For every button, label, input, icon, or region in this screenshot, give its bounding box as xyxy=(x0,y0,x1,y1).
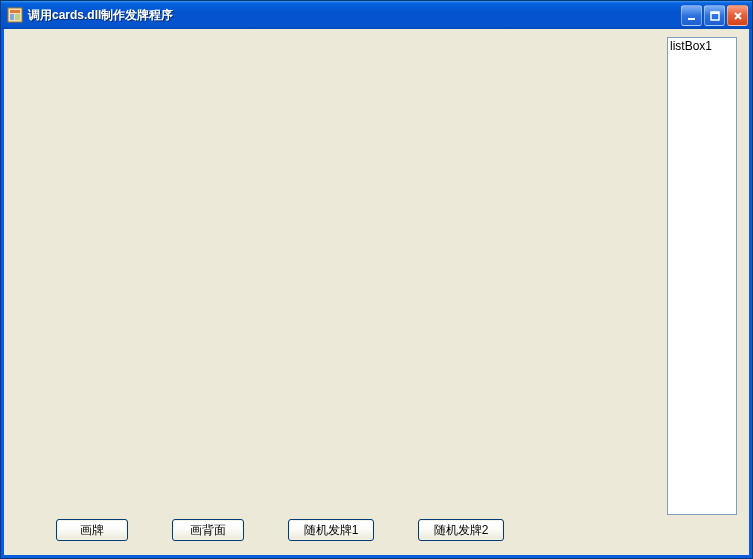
title-bar: 调用cards.dll制作发牌程序 xyxy=(1,1,752,29)
svg-rect-1 xyxy=(10,10,20,13)
app-icon xyxy=(7,7,23,23)
button-row: 画牌 画背面 随机发牌1 随机发牌2 xyxy=(56,519,504,541)
svg-rect-4 xyxy=(688,18,695,20)
app-window: 调用cards.dll制作发牌程序 listBox1 画牌 画背面 随机发牌1 … xyxy=(0,0,753,559)
maximize-button[interactable] xyxy=(704,5,725,26)
svg-rect-3 xyxy=(15,14,20,20)
random-deal-2-button[interactable]: 随机发牌2 xyxy=(418,519,504,541)
svg-rect-6 xyxy=(711,12,719,14)
window-title: 调用cards.dll制作发牌程序 xyxy=(28,7,173,24)
random-deal-1-button[interactable]: 随机发牌1 xyxy=(288,519,374,541)
draw-back-button[interactable]: 画背面 xyxy=(172,519,244,541)
svg-rect-2 xyxy=(10,14,14,20)
listbox[interactable]: listBox1 xyxy=(667,37,737,515)
window-controls xyxy=(681,5,748,26)
listbox-item[interactable]: listBox1 xyxy=(670,39,734,53)
minimize-button[interactable] xyxy=(681,5,702,26)
draw-card-button[interactable]: 画牌 xyxy=(56,519,128,541)
client-area: listBox1 画牌 画背面 随机发牌1 随机发牌2 xyxy=(4,29,749,555)
client-frame: listBox1 画牌 画背面 随机发牌1 随机发牌2 xyxy=(1,29,752,558)
close-button[interactable] xyxy=(727,5,748,26)
